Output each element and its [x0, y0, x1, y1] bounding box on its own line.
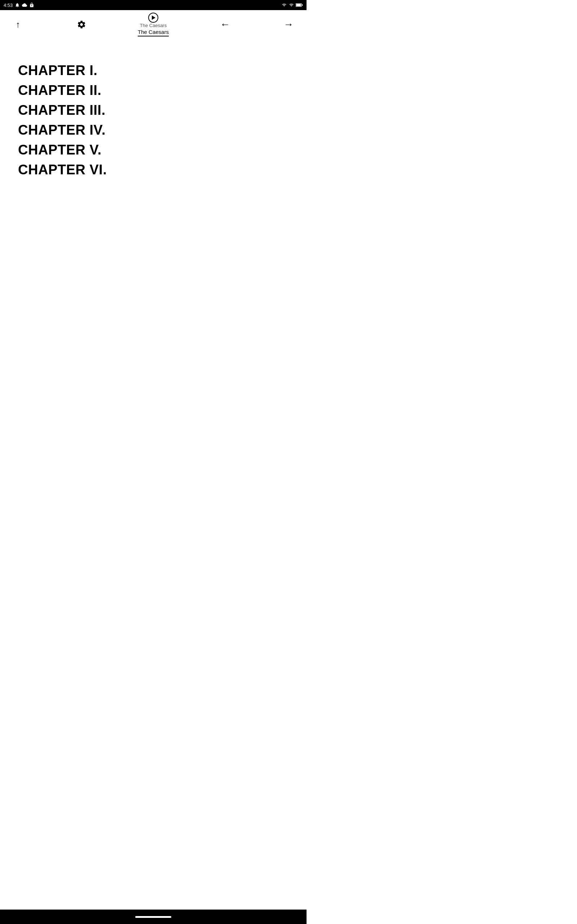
play-triangle-icon — [152, 16, 155, 20]
toolbar: ↑ The Caesars The Caesars ← → — [0, 10, 306, 39]
notification-icon — [15, 3, 20, 8]
chapter-item[interactable]: CHAPTER III. — [18, 100, 306, 120]
cloud-icon — [22, 3, 27, 8]
book-subtitle: The Caesars — [140, 23, 167, 28]
chapter-list: CHAPTER I.CHAPTER II.CHAPTER III.CHAPTER… — [0, 39, 306, 195]
gear-icon — [77, 20, 86, 29]
settings-button[interactable] — [74, 17, 89, 32]
chapter-item[interactable]: CHAPTER IV. — [18, 120, 306, 140]
book-title: The Caesars — [138, 29, 169, 36]
battery-icon — [296, 3, 303, 7]
chapter-item[interactable]: CHAPTER VI. — [18, 160, 306, 180]
svg-rect-1 — [302, 4, 303, 6]
status-left: 4:53 — [3, 3, 34, 8]
signal-icon — [289, 3, 294, 7]
status-right — [281, 3, 303, 7]
time-display: 4:53 — [3, 3, 13, 8]
play-button[interactable] — [148, 13, 158, 23]
forward-button[interactable]: → — [281, 17, 296, 32]
chapter-item[interactable]: CHAPTER V. — [18, 140, 306, 160]
status-bar: 4:53 — [0, 0, 306, 10]
title-area: The Caesars The Caesars — [138, 13, 169, 36]
back-button[interactable]: ← — [218, 17, 232, 32]
chapter-item[interactable]: CHAPTER II. — [18, 81, 306, 100]
up-button[interactable]: ↑ — [11, 17, 25, 32]
wifi-icon — [281, 3, 287, 7]
chapter-item[interactable]: CHAPTER I. — [18, 61, 306, 81]
svg-rect-2 — [296, 4, 301, 6]
lock-icon — [29, 3, 34, 8]
